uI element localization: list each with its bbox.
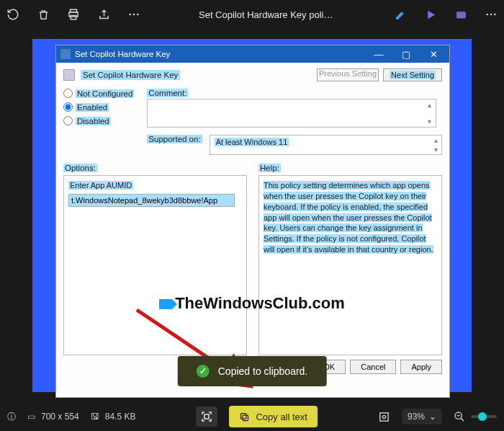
- disk-icon: 🖫: [91, 412, 99, 422]
- close-button[interactable]: ✕: [422, 46, 445, 62]
- chevron-down-icon: ⌄: [429, 412, 436, 422]
- watermark-flag-icon: [159, 299, 172, 309]
- supported-field: At least Windows 11 ▴ ▾: [210, 135, 442, 155]
- more-right-icon[interactable]: [484, 7, 498, 22]
- svg-point-15: [382, 415, 385, 418]
- image-viewer: Set Copilot Hardware Key — ▢ ✕ Set Copil…: [0, 29, 504, 402]
- scroll-up-icon[interactable]: ▴: [431, 136, 440, 144]
- svg-rect-14: [380, 412, 388, 420]
- filesize-text: 84.5 KB: [105, 412, 136, 422]
- fit-icon[interactable]: [378, 411, 390, 423]
- window-titlebar[interactable]: Set Copilot Hardware Key — ▢ ✕: [56, 45, 449, 63]
- svg-rect-11: [204, 414, 209, 419]
- next-setting-button[interactable]: Next Setting: [383, 68, 442, 81]
- more-icon[interactable]: [127, 7, 141, 22]
- scroll-down-icon[interactable]: ▾: [426, 117, 434, 125]
- copy-all-text-button[interactable]: Copy all text: [229, 406, 318, 427]
- radio-disabled[interactable]: Disabled: [63, 116, 134, 125]
- help-text: This policy setting determines which app…: [264, 181, 433, 254]
- share-icon[interactable]: [96, 7, 111, 22]
- gpo-window: Set Copilot Hardware Key — ▢ ✕ Set Copil…: [55, 45, 450, 398]
- rotate-icon[interactable]: [6, 7, 20, 22]
- svg-point-7: [486, 14, 488, 16]
- minimize-button[interactable]: —: [367, 46, 390, 62]
- supported-label: Supported on:: [147, 135, 202, 143]
- dimensions-icon: ▭: [27, 412, 35, 422]
- print-icon[interactable]: [66, 7, 81, 22]
- svg-rect-12: [243, 415, 248, 421]
- dimensions-text: 700 x 554: [41, 412, 79, 422]
- policy-icon: [63, 69, 75, 81]
- toast-text: Copied to clipboard.: [218, 365, 308, 377]
- help-label: Help:: [258, 164, 281, 172]
- options-label: Options:: [63, 164, 97, 172]
- scan-text-button[interactable]: [196, 406, 217, 427]
- cancel-button[interactable]: Cancel: [350, 360, 396, 374]
- trash-icon[interactable]: [36, 7, 50, 22]
- svg-point-9: [494, 14, 496, 16]
- comment-textarea[interactable]: ▴ ▾: [147, 99, 436, 128]
- comment-label: Comment:: [147, 89, 188, 97]
- check-icon: ✓: [197, 365, 210, 378]
- scroll-down-icon[interactable]: ▾: [431, 146, 440, 154]
- image-canvas: Set Copilot Hardware Key — ▢ ✕ Set Copil…: [32, 39, 472, 392]
- folder-icon[interactable]: [454, 7, 468, 22]
- window-title: Set Copilot Hardware Key: [75, 50, 170, 58]
- bottom-toolbar: ⓘ ▭ 700 x 554 🖫 84.5 KB Copy all text 93…: [0, 402, 504, 431]
- radio-not-configured[interactable]: Not Configured: [63, 89, 134, 98]
- zoom-out-button[interactable]: [454, 411, 465, 422]
- watermark: TheWindowsClub.com: [32, 294, 472, 313]
- info-icon[interactable]: ⓘ: [7, 411, 16, 423]
- apply-button[interactable]: Apply: [400, 360, 442, 374]
- previous-setting-button[interactable]: Previous Setting: [317, 68, 379, 81]
- scroll-up-icon[interactable]: ▴: [426, 101, 434, 109]
- top-toolbar: Set Copilot Hardware Key polic...: [0, 0, 504, 29]
- radio-enabled[interactable]: Enabled: [63, 102, 134, 112]
- aumid-input[interactable]: [68, 194, 235, 207]
- edit-icon[interactable]: [393, 7, 408, 22]
- zoom-dropdown[interactable]: 93% ⌄: [402, 409, 442, 425]
- options-panel: Enter App AUMID: [63, 175, 247, 355]
- svg-rect-6: [456, 12, 466, 18]
- toast: ✓ Copied to clipboard.: [178, 356, 327, 386]
- state-radio-group: Not Configured Enabled Disabled: [63, 89, 134, 155]
- policy-header: Set Copilot Hardware Key: [81, 70, 180, 80]
- svg-point-3: [129, 14, 131, 16]
- window-icon: [60, 49, 71, 59]
- svg-point-5: [137, 14, 139, 16]
- svg-rect-13: [241, 413, 247, 419]
- zoom-slider[interactable]: [471, 415, 497, 418]
- svg-point-8: [490, 14, 492, 16]
- aumid-label: Enter App AUMID: [68, 181, 133, 190]
- svg-point-4: [133, 14, 135, 16]
- document-title: Set Copilot Hardware Key polic...: [199, 9, 336, 20]
- maximize-button[interactable]: ▢: [395, 46, 418, 62]
- clipchamp-icon[interactable]: [423, 7, 438, 22]
- help-panel: This policy setting determines which app…: [258, 175, 442, 355]
- svg-line-17: [461, 418, 464, 421]
